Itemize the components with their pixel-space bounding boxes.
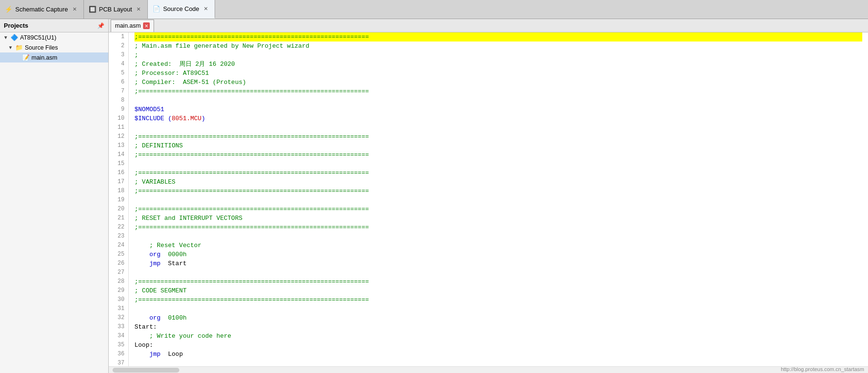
sidebar-title: Projects: [4, 22, 28, 29]
tab-bar: ⚡ Schematic Capture ✕ 🔲 PCB Layout ✕ 📄 S…: [0, 0, 868, 19]
line-number: 9: [113, 105, 124, 114]
code-line: [134, 268, 862, 277]
file-tab-label-main-asm: main.asm: [115, 22, 141, 29]
code-line: [134, 232, 862, 241]
code-line: jmp Loop: [134, 350, 862, 359]
line-number: 14: [113, 150, 124, 159]
code-line: [134, 96, 862, 105]
tree-label-source-files: Source Files: [25, 44, 58, 51]
asm-file-icon: 📝: [22, 54, 30, 61]
code-line: jmp Start: [134, 259, 862, 268]
code-line: [134, 359, 862, 366]
line-number: 20: [113, 205, 124, 214]
chip-icon: 🔷: [10, 34, 18, 41]
tab-pcb[interactable]: 🔲 PCB Layout ✕: [84, 0, 148, 19]
code-line: ;=======================================…: [134, 150, 862, 159]
pcb-tab-close[interactable]: ✕: [135, 6, 143, 13]
code-line: org 0000h: [134, 250, 862, 259]
code-line: [134, 196, 862, 205]
code-line: ;=======================================…: [134, 32, 862, 41]
code-line: ; CODE SEGMENT: [134, 286, 862, 295]
schematic-tab-label: Schematic Capture: [15, 6, 68, 13]
tree-item-main-asm[interactable]: 📝 main.asm: [0, 52, 108, 62]
code-area: 1234567891011121314151617181920212223242…: [109, 32, 868, 366]
line-number: 5: [113, 69, 124, 78]
code-line: ;=======================================…: [134, 168, 862, 177]
line-number: 18: [113, 186, 124, 196]
sidebar-pin-button[interactable]: 📌: [97, 22, 104, 29]
line-number: 4: [113, 60, 124, 69]
line-number: 28: [113, 277, 124, 286]
chevron-down-icon: ▼: [3, 35, 9, 40]
line-number: 23: [113, 232, 124, 241]
tab-schematic[interactable]: ⚡ Schematic Capture ✕: [0, 0, 84, 19]
line-number: 34: [113, 332, 124, 341]
code-line: $NOMOD51: [134, 105, 862, 114]
source-tab-close[interactable]: ✕: [202, 5, 210, 13]
code-line: ;=======================================…: [134, 186, 862, 196]
file-tab-close-main-asm[interactable]: ✕: [143, 22, 150, 29]
code-line: org 0100h: [134, 313, 862, 322]
line-number: 10: [113, 114, 124, 123]
line-number: 15: [113, 159, 124, 168]
code-line: [134, 159, 862, 168]
tree-label-at89c51: AT89C51(U1): [20, 34, 56, 41]
line-number: 13: [113, 141, 124, 150]
source-tab-icon: 📄: [153, 5, 160, 12]
code-line: ; Main.asm file generated by New Project…: [134, 41, 862, 51]
line-number: 29: [113, 286, 124, 295]
pcb-tab-label: PCB Layout: [99, 6, 132, 13]
line-number: 24: [113, 241, 124, 250]
code-container[interactable]: 1234567891011121314151617181920212223242…: [109, 32, 868, 366]
horizontal-scrollbar[interactable]: [109, 366, 868, 373]
code-line: ;=======================================…: [134, 205, 862, 214]
line-number: 30: [113, 295, 124, 304]
line-number: 2: [113, 41, 124, 51]
line-number: 22: [113, 223, 124, 232]
code-line: Start:: [134, 322, 862, 332]
status-text: http://blog.proteus.com.cn_startasm: [781, 366, 864, 372]
line-number: 25: [113, 250, 124, 259]
schematic-tab-icon: ⚡: [5, 6, 12, 13]
line-number: 6: [113, 78, 124, 87]
tab-source[interactable]: 📄 Source Code ✕: [148, 0, 215, 19]
code-line: ; Write your code here: [134, 332, 862, 341]
file-tab-strip: main.asm ✕: [109, 19, 868, 32]
code-line: ; RESET and INTERRUPT VECTORS: [134, 214, 862, 223]
main-layout: Projects 📌 ▼ 🔷 AT89C51(U1) ▼ 📁 Source Fi…: [0, 19, 868, 373]
line-number: 31: [113, 304, 124, 313]
sidebar: Projects 📌 ▼ 🔷 AT89C51(U1) ▼ 📁 Source Fi…: [0, 19, 109, 373]
status-bar: http://blog.proteus.com.cn_startasm: [777, 365, 868, 373]
file-tab-main-asm[interactable]: main.asm ✕: [111, 20, 154, 32]
line-number: 19: [113, 196, 124, 205]
line-number: 8: [113, 96, 124, 105]
code-line: [134, 304, 862, 313]
line-number: 27: [113, 268, 124, 277]
code-line: $INCLUDE (8051.MCU): [134, 114, 862, 123]
pcb-tab-icon: 🔲: [89, 6, 96, 13]
source-tab-label: Source Code: [163, 5, 199, 12]
schematic-tab-close[interactable]: ✕: [71, 6, 79, 13]
line-number: 16: [113, 168, 124, 177]
folder-icon: 📁: [15, 44, 23, 51]
tree-item-source-files[interactable]: ▼ 📁 Source Files: [0, 42, 108, 52]
scrollbar-thumb[interactable]: [113, 368, 179, 373]
code-lines[interactable]: ;=======================================…: [129, 32, 868, 366]
line-number: 1: [113, 32, 124, 41]
line-number: 17: [113, 177, 124, 186]
tree-item-at89c51[interactable]: ▼ 🔷 AT89C51(U1): [0, 32, 108, 42]
code-line: ;=======================================…: [134, 223, 862, 232]
code-line: ; Created: 周日 2月 16 2020: [134, 60, 862, 69]
line-number: 37: [113, 359, 124, 366]
line-number: 35: [113, 341, 124, 350]
code-line: ; Reset Vector: [134, 241, 862, 250]
line-number: 36: [113, 350, 124, 359]
code-line: ; Compiler: ASEM-51 (Proteus): [134, 78, 862, 87]
line-number: 26: [113, 259, 124, 268]
sidebar-header: Projects 📌: [0, 19, 108, 32]
code-line: ;=======================================…: [134, 132, 862, 141]
tree-label-main-asm: main.asm: [31, 54, 57, 61]
code-line: ;=======================================…: [134, 295, 862, 304]
code-line: ;=======================================…: [134, 87, 862, 96]
code-line: ;=======================================…: [134, 277, 862, 286]
